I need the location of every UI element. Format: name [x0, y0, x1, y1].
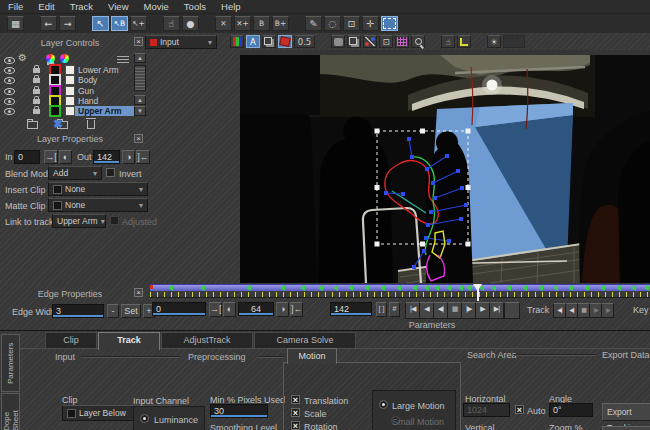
transform-box-icon[interactable]: ⊡	[343, 16, 360, 31]
lock-icon[interactable]	[33, 99, 40, 104]
hand-tool-icon[interactable]: ☝	[163, 16, 180, 31]
play-backward-button[interactable]: ◀	[419, 302, 434, 319]
keyframe-marker[interactable]	[380, 285, 385, 291]
clip-selector-dropdown[interactable]: Input	[145, 35, 217, 49]
timeline-current-field[interactable]: 64	[238, 302, 274, 316]
viewport-canvas[interactable]	[240, 55, 650, 283]
keyframe-marker[interactable]	[168, 285, 173, 291]
layer-fill-swatch[interactable]	[65, 96, 75, 106]
in-frame-field[interactable]: 0	[14, 150, 40, 164]
keyframe-marker[interactable]	[600, 285, 605, 291]
layer-row[interactable]: Lower Arm	[0, 65, 134, 75]
keyframe-marker[interactable]	[522, 285, 527, 291]
show-points-icon[interactable]: ⊡	[379, 35, 393, 48]
keyframe-marker[interactable]	[616, 285, 621, 291]
menu-edit[interactable]: Edit	[38, 1, 54, 12]
xspline-tool-icon[interactable]: ✕	[215, 16, 232, 31]
horizontal-field[interactable]: 1024	[463, 403, 510, 417]
menu-movie[interactable]: Movie	[144, 1, 169, 12]
keyframe-marker[interactable]	[434, 285, 439, 291]
brightness-icon[interactable]: ☀	[487, 35, 501, 48]
ellipse-tool-icon[interactable]: ●	[182, 16, 199, 31]
layer-fill-swatch[interactable]	[65, 86, 75, 96]
show-lattice-icon[interactable]	[395, 35, 409, 48]
keyframe-marker[interactable]	[491, 285, 496, 291]
scroll-up-icon[interactable]: ▲	[134, 53, 146, 63]
keyframe-marker[interactable]	[466, 285, 471, 291]
lock-icon[interactable]	[33, 68, 40, 73]
lock-icon[interactable]	[33, 78, 40, 83]
zoom-timeline-icon[interactable]: [ ]	[376, 302, 387, 317]
xspline-add-tool-icon[interactable]: ✕+	[234, 16, 251, 31]
keyframe-marker[interactable]	[333, 285, 338, 291]
next-arrow-icon[interactable]: →	[59, 16, 76, 31]
bspline-add-tool-icon[interactable]: B+	[272, 16, 289, 31]
keyframe-marker[interactable]	[424, 285, 429, 291]
goto-out-icon[interactable]: ]←	[290, 302, 303, 317]
expand-icon[interactable]: ✖	[53, 119, 63, 129]
goto-out-icon[interactable]: ]←	[136, 150, 150, 164]
layer-fill-swatch[interactable]	[65, 65, 75, 75]
step-back-button[interactable]: ◀|	[433, 302, 448, 319]
tab-track[interactable]: Track	[98, 332, 160, 350]
mark-in-icon[interactable]: ◐	[223, 302, 236, 317]
pen-tool-icon[interactable]: ✎	[305, 16, 322, 31]
lock-icon[interactable]	[33, 89, 40, 94]
timeline-out-field[interactable]: 142	[330, 302, 372, 316]
layer-controls-close-icon[interactable]	[134, 37, 143, 46]
scroll-down-icon[interactable]: ▼	[134, 106, 146, 116]
keyframe-marker[interactable]	[348, 285, 353, 291]
eye-icon[interactable]	[4, 98, 15, 105]
keyframe-marker[interactable]	[631, 285, 636, 291]
angle-field[interactable]: 0°	[549, 403, 593, 417]
edge-width-minus-button[interactable]: -	[107, 304, 119, 318]
pointer-tool-icon[interactable]: ↖	[92, 16, 109, 31]
link-to-track-dropdown[interactable]: Upper Arm	[52, 214, 106, 228]
mark-out-icon[interactable]: ◑	[122, 150, 135, 164]
large-motion-radio[interactable]	[379, 400, 388, 409]
keyframe-marker[interactable]	[246, 285, 251, 291]
invert-checkbox[interactable]	[106, 168, 115, 177]
side-tab-dope-sheet[interactable]: Dope Sheet	[1, 393, 20, 430]
eye-icon[interactable]	[4, 88, 15, 95]
marquee-select-icon[interactable]	[381, 16, 398, 31]
keyframe-marker[interactable]	[553, 285, 558, 291]
tab-camera-solve[interactable]: Camera Solve	[254, 332, 356, 348]
rotation-checkbox[interactable]	[291, 421, 300, 430]
motion-tab[interactable]: Motion	[287, 348, 337, 364]
frame-ticks-ruler[interactable]	[150, 292, 650, 298]
layer-fill-swatch[interactable]	[65, 106, 75, 116]
freehand-lasso-icon[interactable]: ◌	[324, 16, 341, 31]
stop-button[interactable]: ■	[447, 302, 462, 319]
tab-clip[interactable]: Clip	[45, 332, 97, 348]
layer-row[interactable]: Body	[0, 75, 134, 85]
eye-icon[interactable]	[4, 108, 15, 115]
scale-checkbox[interactable]	[291, 408, 300, 417]
translation-checkbox[interactable]	[291, 395, 300, 404]
export-tracking-button[interactable]: Export Tracking	[602, 403, 650, 421]
adjusted-checkbox[interactable]	[110, 216, 119, 225]
out-frame-field[interactable]: 142	[93, 150, 120, 164]
keyframe-marker[interactable]	[318, 285, 323, 291]
mark-in-icon[interactable]: ◐	[59, 150, 72, 164]
mark-out-icon[interactable]: ◑	[276, 302, 289, 317]
step-forward-button[interactable]: |▶	[461, 302, 476, 319]
layer-select-icon[interactable]	[347, 35, 361, 48]
matte-fill-icon[interactable]	[278, 35, 292, 48]
blend-mode-dropdown[interactable]: Add	[48, 166, 102, 180]
track-forward-all-button[interactable]: |▶	[601, 303, 614, 318]
keyframe-marker[interactable]	[412, 285, 417, 291]
goto-in-icon[interactable]: →[	[44, 150, 58, 164]
keyframe-marker[interactable]	[538, 285, 543, 291]
layer-fill-swatch[interactable]	[65, 75, 75, 85]
eye-icon[interactable]	[4, 67, 15, 74]
menu-file[interactable]: File	[8, 1, 23, 12]
layer-scrollbar-thumb[interactable]	[134, 65, 146, 91]
keyframe-marker[interactable]	[300, 285, 305, 291]
insert-clip-dropdown[interactable]: None	[48, 182, 148, 196]
go-start-button[interactable]: |◀	[405, 302, 420, 319]
auto-checkbox[interactable]	[515, 405, 524, 414]
matte-clip-dropdown[interactable]: None	[48, 198, 148, 212]
pointer-add-tool-icon[interactable]: ↖+	[130, 16, 147, 31]
show-mattes-icon[interactable]	[331, 35, 345, 48]
